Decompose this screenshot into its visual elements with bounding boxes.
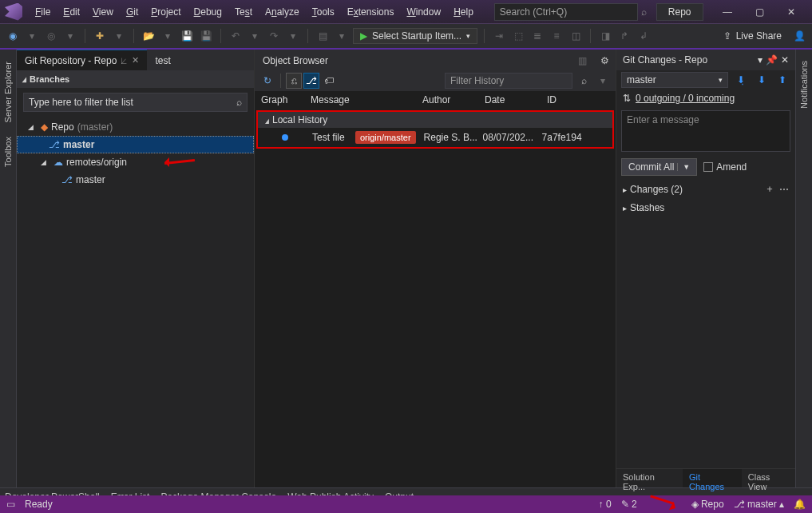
history-columns: Graph Message Author Date ID [255,91,616,109]
close-button[interactable]: ✕ [775,1,807,23]
menu-git[interactable]: Git [120,3,145,21]
status-ready: Ready [25,499,53,510]
tab-object-browser[interactable]: Object Browser [255,50,336,70]
more-icon[interactable]: ⋯ [779,184,789,195]
fetch-icon[interactable]: ⬇̣ [733,72,749,88]
branch-tree: ◢ ◆ Repo (master) ⎇ master ◢ ☁ remotes/o… [17,117,254,190]
annotation-arrow [647,497,682,511]
menu-window[interactable]: Window [400,3,447,21]
pin-icon[interactable]: 📌 [766,54,778,66]
branch-filter-input[interactable]: Type here to filter the list ⌕ [23,93,248,112]
vs-logo-icon [5,3,22,21]
tab-git-changes[interactable]: Git Changes [683,469,742,487]
nav-back-dd[interactable]: ▾ [24,28,40,44]
menu-test[interactable]: Test [228,3,259,21]
annotation-highlight-box: Local History Test file origin/master Re… [256,110,614,149]
tab-test[interactable]: test [147,50,178,70]
tab-class-view[interactable]: Class View [742,469,795,487]
save-icon[interactable]: 💾 [179,28,195,44]
toolbox-tab[interactable]: Toolbox [1,129,15,174]
menu-debug[interactable]: Debug [188,3,228,21]
menu-project[interactable]: Project [145,3,187,21]
commit-row[interactable]: Test file origin/master Regie S. B... 08… [258,128,612,147]
menu-help[interactable]: Help [447,3,480,21]
push-indicator[interactable]: ↑ 0 [599,499,612,510]
tree-node-repo-root[interactable]: ◢ ◆ Repo (master) [17,118,254,136]
commit-date: 08/07/202... [483,132,542,143]
pull-icon[interactable]: ⬇ [754,72,770,88]
tree-node-remote-master[interactable]: ⎇ master [17,171,254,189]
branch-graph-icon[interactable]: ⎇ [303,73,319,89]
save-all-icon[interactable]: 💾 [198,28,214,44]
tag-icon[interactable]: 🏷 [321,73,337,89]
annotation-arrow [164,158,204,166]
tab-solution-explorer[interactable]: Solution Exp... [616,469,683,487]
stashes-section[interactable]: Stashes [616,199,795,217]
pending-changes[interactable]: ✎ 2 [621,499,637,510]
nav-back-icon[interactable]: ◉ [5,28,21,44]
server-explorer-tab[interactable]: Server Explorer [1,54,15,129]
search-icon[interactable]: ⌕ [236,97,242,108]
branch-icon: ⎇ [49,139,60,150]
filter-history-input[interactable]: Filter History [445,73,572,89]
branches-header[interactable]: Branches [17,70,254,88]
menu-file[interactable]: FFileile [29,3,57,21]
stage-all-icon[interactable]: ＋ [765,182,774,196]
undo-icon: ↶ [228,28,244,44]
menu-edit[interactable]: Edit [57,3,86,21]
history-panel: Object Browser ▥ ⚙ ↻ ⎌ ⎇ 🏷 Filter Histor… [255,50,616,487]
new-item-icon[interactable]: ✚ [92,28,108,44]
status-repo[interactable]: ◈ Repo [691,499,724,510]
share-icon: ⇪ [723,30,731,42]
window-menu-icon[interactable]: ▾ [758,54,762,66]
config-icon[interactable]: ▤ [315,28,331,44]
tab-git-repository[interactable]: Git Repository - Repo ⟀ ✕ [17,50,147,70]
live-share-button[interactable]: ⇪ Live Share [717,29,788,43]
search-icon[interactable]: ⌕ [641,6,647,18]
sync-status[interactable]: ⇅ 0 outgoing / 0 incoming [616,89,795,107]
tree-node-master[interactable]: ⎇ master [17,136,254,153]
search-dd-icon[interactable]: ▾ [595,73,611,89]
feedback-icon[interactable]: 👤 [791,28,807,44]
notifications-tab[interactable]: Notifications [798,54,810,115]
pin-icon[interactable]: ⟀ [121,56,127,66]
bell-icon[interactable]: 🔔 [794,499,806,510]
history-toolbar: ↻ ⎌ ⎇ 🏷 Filter History ⌕ ▾ [255,70,616,91]
local-history-header[interactable]: Local History [258,112,612,128]
menu-extensions[interactable]: Extensions [341,3,401,21]
branch-bar: master ▾ ⬇̣ ⬇ ⬆ [616,70,795,89]
startup-label: Select Startup Item... [372,30,461,42]
search-input[interactable]: Search (Ctrl+Q) [494,3,638,21]
commit-all-button[interactable]: Commit All ▼ [621,158,697,176]
tree-node-remotes[interactable]: ◢ ☁ remotes/origin [17,153,254,171]
menu-tools[interactable]: Tools [306,3,341,21]
push-icon[interactable]: ⬆ [774,72,790,88]
minimize-button[interactable]: ― [711,1,743,23]
gear-icon[interactable]: ⚙ [596,53,612,69]
amend-checkbox[interactable]: Amend [703,161,747,173]
refresh-icon[interactable]: ↻ [259,73,275,89]
git-repository-panel: Git Repository - Repo ⟀ ✕ test Branches … [17,50,255,487]
open-icon[interactable]: 📂 [141,28,156,44]
checkbox-icon[interactable] [703,162,713,172]
startup-selector[interactable]: ▶ Select Startup Item... ▾ [353,28,477,44]
close-icon[interactable]: ✕ [781,54,789,66]
git-changes-header: Git Changes - Repo ▾ 📌 ✕ [616,50,795,70]
menu-analyze[interactable]: Analyze [259,3,306,21]
left-tool-rail: Server Explorer Toolbox [0,50,17,487]
changes-section[interactable]: Changes (2) ＋ ⋯ [616,179,795,199]
nav-fwd-icon: ◎ [43,28,59,44]
search-icon[interactable]: ⌕ [576,73,592,89]
right-panel-tabs: Solution Exp... Git Changes Class View [616,468,795,487]
graph-icon[interactable]: ⎌ [286,73,302,89]
status-branch[interactable]: ⎇ master ▴ [734,499,784,510]
commit-dot-icon [282,134,288,141]
branch-dropdown[interactable]: master ▾ [621,72,728,88]
commit-message-input[interactable]: Enter a message [621,110,790,152]
maximize-button[interactable]: ▢ [743,1,775,23]
status-icon: ▭ [6,499,15,510]
menu-view[interactable]: View [86,3,120,21]
chevron-down-icon[interactable]: ▼ [677,163,690,171]
close-icon[interactable]: ✕ [132,55,139,66]
preview-icon[interactable]: ▥ [574,53,590,69]
